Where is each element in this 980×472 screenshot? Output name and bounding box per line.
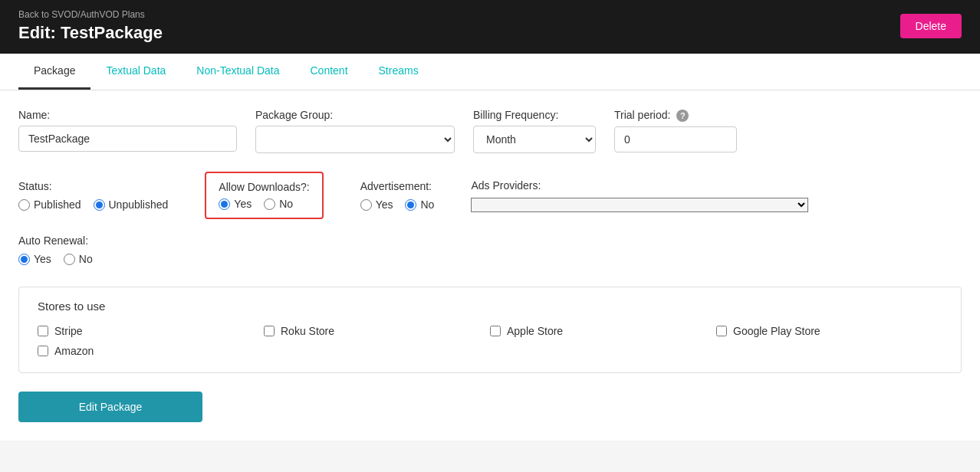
- allow-downloads-no-option[interactable]: No: [264, 198, 293, 210]
- tabs-bar: Package Textual Data Non-Textual Data Co…: [0, 54, 980, 90]
- store-amazon[interactable]: Amazon: [38, 345, 94, 357]
- allow-downloads-yes-radio[interactable]: [219, 198, 230, 210]
- auto-renewal-no-option[interactable]: No: [64, 253, 93, 265]
- store-stripe-checkbox[interactable]: [38, 326, 48, 336]
- advertisement-options: Yes No: [360, 198, 435, 211]
- store-google-play[interactable]: Google Play Store: [716, 325, 942, 337]
- store-roku-checkbox[interactable]: [264, 326, 275, 336]
- status-published-radio[interactable]: [18, 199, 30, 211]
- store-roku-label: Roku Store: [281, 325, 334, 337]
- trial-period-input[interactable]: [614, 126, 737, 152]
- billing-frequency-field-group: Billing Frequency: Month Year Week: [473, 109, 596, 153]
- tab-non-textual-data[interactable]: Non-Textual Data: [181, 54, 294, 90]
- store-amazon-checkbox[interactable]: [38, 346, 48, 356]
- allow-downloads-yes-option[interactable]: Yes: [219, 198, 252, 210]
- name-label: Name:: [18, 109, 237, 121]
- store-apple[interactable]: Apple Store: [490, 325, 716, 337]
- name-input[interactable]: [18, 126, 237, 152]
- store-google-play-label: Google Play Store: [733, 325, 821, 337]
- store-amazon-label: Amazon: [54, 345, 94, 357]
- page-title: Edit: TestPackage: [18, 23, 163, 43]
- package-group-select[interactable]: [255, 126, 455, 153]
- tab-package[interactable]: Package: [18, 54, 90, 90]
- store-google-play-checkbox[interactable]: [716, 326, 727, 336]
- status-options: Published Unpublished: [18, 198, 168, 211]
- trial-period-help-icon[interactable]: ?: [676, 110, 689, 122]
- advertisement-no-option[interactable]: No: [405, 198, 434, 211]
- ads-providers-group: Ads Providers:: [471, 179, 808, 212]
- store-roku[interactable]: Roku Store: [264, 325, 490, 337]
- advertisement-yes-radio[interactable]: [360, 199, 372, 211]
- billing-frequency-label: Billing Frequency:: [473, 109, 596, 121]
- status-published-option[interactable]: Published: [18, 198, 81, 211]
- tab-content[interactable]: Content: [294, 54, 363, 90]
- status-unpublished-option[interactable]: Unpublished: [94, 198, 169, 211]
- stores-row2: Amazon: [38, 345, 942, 357]
- content-area: Name: Package Group: Billing Frequency: …: [0, 90, 980, 441]
- store-apple-label: Apple Store: [507, 325, 563, 337]
- auto-renewal-no-radio[interactable]: [64, 254, 75, 265]
- delete-button[interactable]: Delete: [900, 14, 962, 38]
- edit-package-button[interactable]: Edit Package: [18, 392, 202, 422]
- stores-title: Stores to use: [38, 300, 942, 313]
- name-field-group: Name:: [18, 109, 237, 152]
- tab-streams[interactable]: Streams: [363, 54, 434, 90]
- allow-downloads-no-radio[interactable]: [264, 198, 275, 210]
- top-bar: Back to SVOD/AuthVOD Plans Edit: TestPac…: [0, 0, 980, 54]
- trial-period-field-group: Trial period: ?: [614, 109, 737, 152]
- store-apple-checkbox[interactable]: [490, 326, 501, 336]
- advertisement-radio-group: Advertisement: Yes No: [360, 180, 435, 211]
- store-stripe-label: Stripe: [54, 325, 83, 337]
- advertisement-no-radio[interactable]: [405, 199, 416, 211]
- billing-frequency-select[interactable]: Month Year Week: [473, 126, 596, 153]
- auto-renewal-options: Yes No: [18, 253, 962, 265]
- advertisement-label: Advertisement:: [360, 180, 435, 192]
- back-link[interactable]: Back to SVOD/AuthVOD Plans: [18, 9, 163, 20]
- auto-renewal-yes-option[interactable]: Yes: [18, 253, 51, 265]
- store-stripe[interactable]: Stripe: [38, 325, 264, 337]
- stores-grid: Stripe Roku Store Apple Store Google Pla…: [38, 325, 942, 337]
- status-row: Status: Published Unpublished Allow Down…: [18, 172, 962, 219]
- form-row-1: Name: Package Group: Billing Frequency: …: [18, 109, 962, 153]
- ads-providers-label: Ads Providers:: [471, 179, 808, 192]
- stores-section: Stores to use Stripe Roku Store Apple St…: [18, 287, 962, 373]
- auto-renewal-row: Auto Renewal: Yes No: [18, 234, 962, 265]
- trial-period-label: Trial period: ?: [614, 109, 737, 122]
- package-group-label: Package Group:: [255, 109, 455, 121]
- status-label: Status:: [18, 180, 168, 192]
- status-radio-group: Status: Published Unpublished: [18, 180, 168, 211]
- allow-downloads-label: Allow Downloads?:: [219, 181, 309, 193]
- auto-renewal-yes-radio[interactable]: [18, 254, 30, 265]
- allow-downloads-box: Allow Downloads?: Yes No: [205, 172, 323, 219]
- ads-providers-select[interactable]: [471, 198, 808, 212]
- tab-textual-data[interactable]: Textual Data: [90, 54, 181, 90]
- package-group-field-group: Package Group:: [255, 109, 455, 153]
- status-unpublished-radio[interactable]: [94, 199, 105, 211]
- auto-renewal-label: Auto Renewal:: [18, 234, 962, 247]
- allow-downloads-options: Yes No: [219, 198, 309, 210]
- auto-renewal-radio-group: Auto Renewal: Yes No: [18, 234, 962, 265]
- advertisement-yes-option[interactable]: Yes: [360, 198, 393, 211]
